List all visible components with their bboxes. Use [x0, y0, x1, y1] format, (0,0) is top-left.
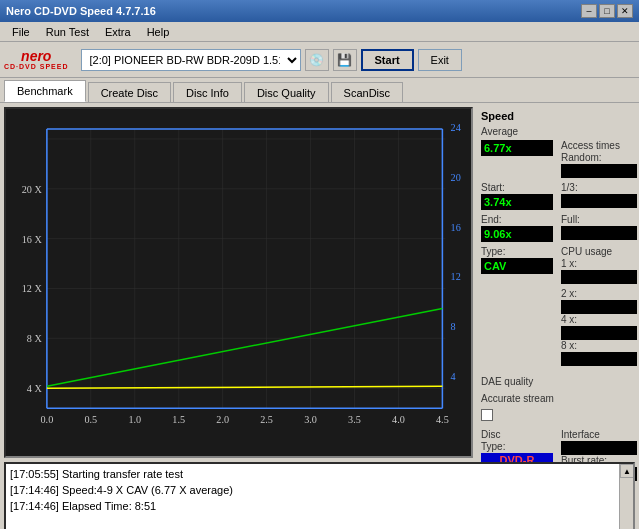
right-panel: Speed Average 6.77x Access times Random:… — [477, 103, 639, 462]
window-title: Nero CD-DVD Speed 4.7.7.16 — [6, 5, 156, 17]
one-third-label: 1/3: — [561, 182, 637, 193]
menu-extra[interactable]: Extra — [97, 24, 139, 40]
random-label: Random: — [561, 152, 637, 163]
average-label: Average — [481, 126, 635, 137]
eject-icon-button[interactable]: 💿 — [305, 49, 329, 71]
menu-bar: File Run Test Extra Help — [0, 22, 639, 42]
svg-text:8: 8 — [451, 321, 456, 332]
type-label: Type: — [481, 246, 553, 257]
type-value: CAV — [481, 258, 553, 274]
tab-disc-info[interactable]: Disc Info — [173, 82, 242, 102]
svg-text:4.5: 4.5 — [436, 414, 449, 425]
chart-area: 4 X 8 X 12 X 16 X 20 X 24 20 16 12 8 4 0… — [4, 107, 473, 458]
start-label: Start: — [481, 182, 553, 193]
full-value-box — [561, 226, 637, 240]
disc-type-label: Disc — [481, 429, 553, 440]
cpu-2x-label: 2 x: — [561, 288, 637, 299]
svg-rect-0 — [6, 109, 471, 456]
access-times-label: Access times — [561, 140, 637, 151]
maximize-button[interactable]: □ — [599, 4, 615, 18]
start-button[interactable]: Start — [361, 49, 414, 71]
log-line-1: [17:05:55] Starting transfer rate test — [10, 466, 629, 482]
svg-text:20: 20 — [451, 172, 461, 183]
drive-select[interactable]: [2:0] PIONEER BD-RW BDR-209D 1.51 — [81, 49, 301, 71]
end-value: 9.06x — [481, 226, 553, 242]
cpu-label: CPU usage — [561, 246, 637, 257]
svg-text:4.0: 4.0 — [392, 414, 405, 425]
log-content: [17:05:55] Starting transfer rate test [… — [6, 464, 633, 516]
svg-text:16: 16 — [451, 222, 461, 233]
accurate-checkbox-row — [481, 409, 635, 421]
logo-area: nero CD·DVD SPEED — [4, 49, 69, 70]
svg-text:12: 12 — [451, 272, 461, 283]
cpu-4x-label: 4 x: — [561, 314, 637, 325]
interface-value-box — [561, 441, 637, 455]
close-button[interactable]: ✕ — [617, 4, 633, 18]
cpu-1x-label: 1 x: — [561, 258, 637, 269]
minimize-button[interactable]: – — [581, 4, 597, 18]
window-controls: – □ ✕ — [581, 4, 633, 18]
full-label: Full: — [561, 214, 637, 225]
cpu-1x-box — [561, 270, 637, 284]
interface-label: Interface — [561, 429, 637, 440]
end-label: End: — [481, 214, 553, 225]
exit-button[interactable]: Exit — [418, 49, 462, 71]
random-value-box — [561, 164, 637, 178]
svg-text:0.5: 0.5 — [84, 414, 97, 425]
svg-text:16 X: 16 X — [22, 234, 43, 245]
svg-text:8 X: 8 X — [27, 333, 43, 344]
svg-text:0.0: 0.0 — [40, 414, 53, 425]
logo-sub: CD·DVD SPEED — [4, 63, 69, 70]
log-line-3: [17:14:46] Elapsed Time: 8:51 — [10, 498, 629, 514]
disc-type-sub-label: Type: — [481, 441, 553, 452]
log-area: [17:05:55] Starting transfer rate test [… — [4, 462, 635, 529]
svg-text:12 X: 12 X — [22, 284, 43, 295]
svg-text:1.5: 1.5 — [172, 414, 185, 425]
log-line-2: [17:14:46] Speed:4-9 X CAV (6.77 X avera… — [10, 482, 629, 498]
tab-scan-disc[interactable]: ScanDisc — [331, 82, 403, 102]
chart-svg: 4 X 8 X 12 X 16 X 20 X 24 20 16 12 8 4 0… — [6, 109, 471, 456]
svg-text:24: 24 — [451, 122, 461, 133]
log-scrollbar[interactable]: ▲ ▼ — [619, 464, 633, 529]
average-value: 6.77x — [481, 140, 553, 156]
svg-text:2.0: 2.0 — [216, 414, 229, 425]
cpu-4x-box — [561, 326, 637, 340]
tabs-bar: Benchmark Create Disc Disc Info Disc Qua… — [0, 78, 639, 102]
svg-text:3.0: 3.0 — [304, 414, 317, 425]
accurate-label: Accurate stream — [481, 393, 635, 404]
menu-help[interactable]: Help — [139, 24, 178, 40]
tab-disc-quality[interactable]: Disc Quality — [244, 82, 329, 102]
toolbar: nero CD·DVD SPEED [2:0] PIONEER BD-RW BD… — [0, 42, 639, 78]
cpu-2x-box — [561, 300, 637, 314]
cpu-8x-label: 8 x: — [561, 340, 637, 351]
tab-create-disc[interactable]: Create Disc — [88, 82, 171, 102]
one-third-value-box — [561, 194, 637, 208]
accurate-checkbox[interactable] — [481, 409, 493, 421]
svg-text:20 X: 20 X — [22, 184, 43, 195]
menu-file[interactable]: File — [4, 24, 38, 40]
svg-text:3.5: 3.5 — [348, 414, 361, 425]
menu-run-test[interactable]: Run Test — [38, 24, 97, 40]
start-value: 3.74x — [481, 194, 553, 210]
save-icon-button[interactable]: 💾 — [333, 49, 357, 71]
main-content: 4 X 8 X 12 X 16 X 20 X 24 20 16 12 8 4 0… — [0, 102, 639, 462]
svg-text:4: 4 — [451, 371, 456, 382]
svg-text:2.5: 2.5 — [260, 414, 273, 425]
dae-label: DAE quality — [481, 376, 635, 387]
cpu-8x-box — [561, 352, 637, 366]
svg-text:4 X: 4 X — [27, 383, 43, 394]
title-bar: Nero CD-DVD Speed 4.7.7.16 – □ ✕ — [0, 0, 639, 22]
logo-nero: nero — [21, 49, 51, 63]
svg-text:1.0: 1.0 — [128, 414, 141, 425]
tab-benchmark[interactable]: Benchmark — [4, 80, 86, 102]
speed-title: Speed — [481, 110, 635, 122]
scrollbar-up-button[interactable]: ▲ — [620, 464, 634, 478]
